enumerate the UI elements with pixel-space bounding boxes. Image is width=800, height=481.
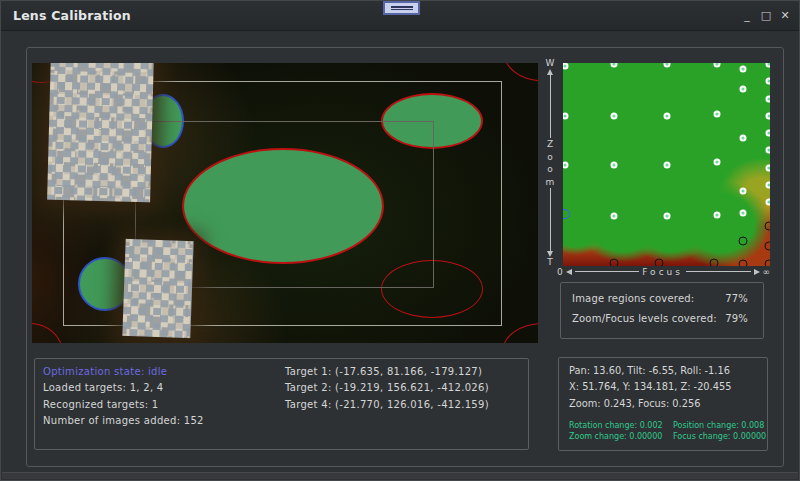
target-coordinate-line: Target 4: (-21.770, 126.016, -412.159) [285,397,489,413]
zoom-axis-letter: o [547,163,553,176]
arrow-left-icon [566,269,572,275]
coverage-point-covered [663,63,670,68]
coverage-point-covered [714,159,721,166]
change-row: Zoom change: 0.00000 Focus change: 0.000… [569,431,766,442]
edge-arc-bottom-right [502,323,538,343]
coverage-point-covered [765,181,770,188]
optimization-state-line: Optimization state: idle [43,364,204,380]
coverage-point-current [563,209,570,219]
maximize-button[interactable]: □ [760,1,772,31]
camera-pose-column: Pan: 13.60, Tilt: -6.55, Roll: -1.16X: 5… [569,363,731,412]
coverage-point-covered [740,135,747,142]
coverage-stat-row: Image regions covered: 77% [572,289,748,309]
coverage-stat-value: 79% [725,309,748,329]
coverage-point-uncovered [764,241,770,250]
status-box-right: Pan: 13.60, Tilt: -6.55, Roll: -1.16X: 5… [558,357,768,451]
change-value-left: Rotation change: 0.002 [569,420,673,431]
coverage-point-covered [563,63,569,70]
coverage-point-covered [765,199,770,206]
coverage-point-covered [714,212,721,219]
status-info-line: Recognized targets: 1 [43,397,204,413]
change-row: Rotation change: 0.002 Position change: … [569,420,766,431]
window-controls: _ □ ✕ [741,1,791,31]
status-box-left: Optimization state: idle Loaded targets:… [34,358,529,450]
coverage-stat-row: Zoom/Focus levels covered: 79% [572,309,748,329]
camera-pose-line: Pan: 13.60, Tilt: -6.55, Roll: -1.16 [569,363,731,379]
coverage-point-covered [765,63,770,68]
zoom-axis-wide-label: W [546,58,555,69]
change-values: Rotation change: 0.002 Position change: … [569,420,766,442]
window-bottom-edge [2,472,798,479]
coverage-point-covered [714,110,721,117]
coverage-point-covered [765,78,770,85]
coverage-point-covered [765,95,770,102]
calibration-board-large [47,63,154,202]
coverage-point-covered [663,112,670,119]
status-info-lines: Loaded targets: 1, 2, 4Recognized target… [43,380,204,429]
coverage-point-covered [610,112,617,119]
coverage-point-covered [740,187,747,194]
coverage-stats-box: Image regions covered: 77% Zoom/Focus le… [560,282,764,339]
edge-arc-top-right [503,63,538,81]
coverage-stat-label: Image regions covered: [572,289,694,309]
coverage-point-covered [610,63,617,68]
calibration-board-small [122,239,193,338]
arrow-right-icon [754,269,760,275]
minimize-button[interactable]: _ [741,1,753,31]
change-value-left: Zoom change: 0.00000 [569,431,673,442]
zoom-axis-letter: m [546,176,555,189]
focus-axis-line-right [686,271,751,272]
coverage-stat-value: 77% [725,289,748,309]
edge-arc-bottom-left [32,323,63,343]
focus-axis-zero-label: 0 [557,267,563,277]
coverage-point-uncovered [739,236,748,245]
coverage-point-covered [740,66,747,73]
lens-calibration-window: Lens Calibration _ □ ✕ W Zoom T 0 Focus … [0,0,800,481]
coverage-point-covered [765,112,770,119]
change-value-right: Position change: 0.008 [673,420,764,431]
coverage-point-covered [740,86,747,93]
camera-view [32,63,538,343]
coverage-point-covered [563,161,569,168]
camera-pose-line: X: 51.764, Y: 134.181, Z: -20.455 [569,379,731,395]
optimization-status-column: Optimization state: idle Loaded targets:… [43,364,204,429]
coverage-point-covered [663,213,670,220]
zoom-axis-letter: o [547,151,553,164]
focus-axis: 0 Focus ∞ [557,265,770,278]
coverage-point-covered [714,63,721,68]
target-coordinate-line: Target 2: (-19.219, 156.621, -412.026) [285,380,489,396]
dock-tab-handle-icon[interactable] [383,1,420,15]
zoom-axis-line-bottom [550,188,551,251]
coverage-point-covered [765,164,770,171]
coverage-point-covered [740,210,747,217]
zoom-axis-label: Zoom [546,138,555,188]
status-info-line: Number of images added: 152 [43,413,204,429]
coverage-point-covered [765,130,770,137]
change-value-right: Focus change: 0.00000 [673,431,766,442]
status-info-line: Loaded targets: 1, 2, 4 [43,380,204,396]
zoom-axis-line-top [550,75,551,138]
close-button[interactable]: ✕ [779,1,791,31]
coverage-heatmap [563,63,770,266]
coverage-point-covered [610,161,617,168]
coverage-point-covered [563,112,569,119]
focus-axis-infinity-label: ∞ [763,267,771,277]
camera-pose-line: Zoom: 0.243, Focus: 0.256 [569,396,731,412]
coverage-point-covered [765,147,770,154]
zoom-axis-letter: Z [547,138,553,151]
zoom-axis-tele-label: T [547,257,553,268]
coverage-point-uncovered [764,222,770,231]
coverage-point-covered [663,161,670,168]
coverage-stat-label: Zoom/Focus levels covered: [572,309,717,329]
focus-axis-line-left [575,271,640,272]
target-coordinate-line: Target 1: (-17.635, 81.166, -179.127) [285,364,489,380]
zoom-axis: W Zoom T [541,58,559,268]
focus-axis-label: Focus [642,267,683,277]
window-title: Lens Calibration [13,8,131,23]
target-coordinates-column: Target 1: (-17.635, 81.166, -179.127)Tar… [285,364,489,413]
coverage-point-covered [610,213,617,220]
